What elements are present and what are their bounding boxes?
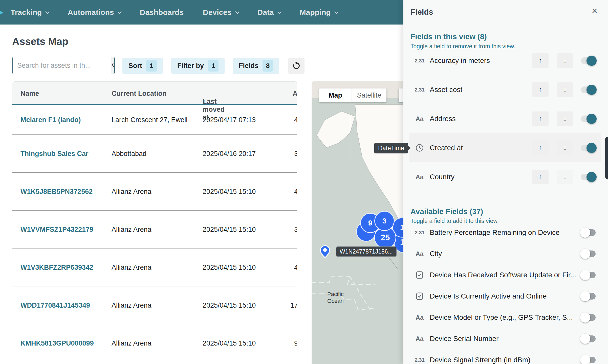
field-row-country: Aa Country ↑ ↓ (403, 162, 608, 191)
field-toggle[interactable] (581, 272, 596, 278)
field-toggle[interactable] (581, 86, 596, 93)
nav-item-mapping[interactable]: Mapping (300, 8, 337, 17)
fields-button[interactable]: Fields 8 (233, 58, 279, 74)
map-cluster[interactable]: 3 (374, 211, 395, 231)
available-row-signal-strength: 2.31 Device Signal Strength (in dBm) (403, 349, 608, 364)
field-toggle[interactable] (581, 229, 596, 236)
move-down-button[interactable]: ↓ (557, 53, 573, 68)
asset-name-link[interactable]: Thingshub Sales Car (20, 150, 89, 157)
ocean-label: Pacific Ocean (327, 291, 344, 304)
field-toggle[interactable] (581, 57, 596, 64)
asset-last-moved: 2025/04/15 15:10 (203, 225, 256, 233)
move-up-button[interactable]: ↑ (532, 141, 549, 155)
panel-title: Fields (410, 8, 433, 17)
asset-last-moved: 2025/04/16 20:17 (203, 150, 256, 157)
search-icon (111, 61, 115, 70)
table-row[interactable]: KMHK5813GPU000099 Allianz Arena 2025/04/… (12, 324, 297, 362)
toggle-knob (587, 114, 597, 124)
sort-button[interactable]: Sort 1 (122, 58, 163, 74)
nav-item-dashboards[interactable]: Dashboards (140, 8, 184, 17)
field-toggle[interactable] (581, 293, 596, 300)
nav-label: Tracking (11, 8, 42, 17)
text-type-icon: Aa (412, 173, 427, 180)
asset-name-link[interactable]: Mclaren F1 (lando) (20, 116, 81, 124)
search-input[interactable] (13, 57, 111, 74)
table-row[interactable]: WDD1770841J145349 Allianz Arena 2025/04/… (12, 286, 297, 324)
move-up-button[interactable]: ↑ (532, 111, 549, 126)
field-toggle[interactable] (581, 251, 596, 257)
chevron-down-icon (117, 10, 122, 14)
boolean-type-icon (412, 292, 427, 301)
refresh-icon (292, 61, 301, 71)
field-toggle[interactable] (581, 145, 596, 151)
field-toggle[interactable] (581, 314, 596, 321)
asset-col4-value: 4 (278, 188, 297, 195)
nav-label: Devices (203, 8, 231, 17)
move-up-button[interactable]: ↑ (532, 170, 549, 184)
nav-item-automations[interactable]: Automations (68, 8, 120, 17)
move-down-button-disabled: ↓ (557, 170, 573, 184)
field-label: Country (430, 173, 454, 181)
field-row-accuracy: 2.31 Accuracy in meters ↑ ↓ (403, 46, 608, 75)
available-row-active-online: Device Is Currently Active and Online (403, 286, 608, 307)
column-header-clipped[interactable]: A (293, 90, 297, 98)
asset-col4-value: 17 (278, 301, 297, 309)
field-label: Device Signal Strength (in dBm) (430, 356, 530, 364)
field-label: Battery Percentage Remaining on Device (430, 229, 560, 237)
map-type-map-button[interactable]: Map (319, 88, 352, 102)
field-label: Asset cost (430, 86, 462, 94)
move-up-button[interactable]: ↑ (532, 53, 549, 68)
nav-item-devices[interactable]: Devices (203, 8, 238, 17)
move-up-button[interactable]: ↑ (532, 82, 549, 97)
column-header-location[interactable]: Current Location (112, 90, 167, 98)
map-type-satellite-button[interactable]: Satellite (352, 88, 386, 102)
search-button[interactable] (111, 57, 115, 74)
table-row[interactable]: Thingshub Sales Car Abbottabad 2025/04/1… (12, 135, 297, 173)
field-toggle[interactable] (581, 174, 596, 180)
chevron-down-icon (334, 10, 339, 14)
side-drawer-handle[interactable] (605, 136, 608, 179)
field-toggle[interactable] (581, 116, 596, 122)
asset-location: Allianz Arena (112, 188, 151, 195)
text-type-icon: Aa (412, 314, 427, 321)
field-toggle[interactable] (581, 335, 596, 342)
refresh-button[interactable] (288, 58, 305, 74)
number-type-icon: 2.31 (412, 230, 427, 236)
field-label: Device Model or Type (e.g., GPS Tracker,… (430, 313, 573, 322)
asset-col4-value: 3 (278, 150, 297, 157)
toggle-knob (580, 291, 590, 301)
asset-last-moved: 2025/04/15 15:10 (203, 188, 256, 195)
table-row[interactable]: Mclaren F1 (lando) Larch Crescent 27, Ew… (12, 105, 297, 135)
chevron-down-icon (45, 10, 50, 14)
asset-name-link[interactable]: W1K5J8EB5PN372562 (20, 188, 93, 195)
search-box (12, 57, 115, 74)
field-toggle[interactable] (581, 357, 596, 363)
asset-name-link[interactable]: W1VVMFSZ1P4322179 (20, 225, 93, 233)
asset-last-moved: 2025/04/15 15:10 (203, 339, 256, 347)
sort-label: Sort (128, 62, 142, 70)
nav-item-tracking[interactable]: Tracking (11, 8, 48, 17)
close-icon[interactable]: × (592, 6, 597, 16)
field-label: City (430, 250, 442, 258)
asset-col4-value: 3 (278, 225, 297, 233)
asset-name-link[interactable]: WDD1770841J145349 (20, 301, 90, 309)
filter-button[interactable]: Filter by 1 (171, 58, 225, 74)
asset-name-link[interactable]: KMHK5813GPU000099 (20, 339, 94, 347)
move-down-button[interactable]: ↓ (557, 82, 573, 97)
asset-name-link[interactable]: W1V3KBFZ2RP639342 (20, 263, 93, 271)
map-pin-icon[interactable] (319, 245, 331, 261)
cluster-count: 9 (368, 219, 373, 227)
move-down-button[interactable]: ↓ (557, 111, 573, 126)
toggle-knob (587, 56, 597, 66)
asset-location: Abbottabad (112, 150, 146, 157)
datetime-tooltip: DateTime (374, 143, 408, 153)
table-row[interactable]: W1VVMFSZ1P4322179 Allianz Arena 2025/04/… (12, 211, 297, 248)
nav-item-data[interactable]: Data (257, 8, 280, 17)
datetime-type-icon (412, 144, 427, 152)
table-row[interactable]: W1V3KBFZ2RP639342 Allianz Arena 2025/04/… (12, 248, 297, 286)
asset-location: Larch Crescent 27, Ewell (112, 116, 187, 124)
column-header-name[interactable]: Name (20, 90, 39, 98)
table-row[interactable]: W1K5J8EB5PN372562 Allianz Arena 2025/04/… (12, 173, 297, 211)
move-down-button[interactable]: ↓ (557, 141, 573, 155)
chevron-down-icon (277, 10, 281, 14)
